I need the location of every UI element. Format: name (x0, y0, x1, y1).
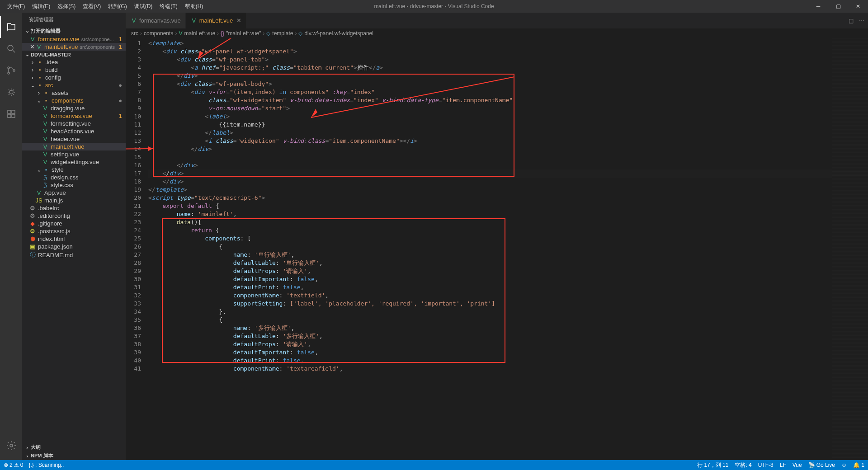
split-editor-icon[interactable]: ◫ (849, 18, 854, 24)
file-label: package.json (38, 243, 73, 250)
file-dragging[interactable]: Vdragging.vue (22, 104, 126, 112)
tab-mainleft[interactable]: V mainLeft.vue ✕ (186, 13, 246, 28)
tab-formcanvas[interactable]: V formcanvas.vue (126, 13, 186, 28)
extensions-icon[interactable] (0, 103, 22, 125)
minimap[interactable] (832, 38, 868, 460)
file-babelrc[interactable]: ⚙.babelrc (22, 204, 126, 212)
file-mainleft[interactable]: VmainLeft.vue (22, 143, 126, 150)
file-indexhtml[interactable]: ⬢index.html (22, 235, 126, 243)
folder-icon: ▪ (42, 166, 50, 173)
breadcrumbs[interactable]: src› components› V mainLeft.vue› {} "mai… (126, 28, 868, 38)
file-formcanvas[interactable]: Vformcanvas.vue1 (22, 112, 126, 120)
breadcrumb-item[interactable]: src (131, 30, 138, 37)
tab-close-icon[interactable]: ✕ (236, 17, 241, 24)
settings-icon[interactable] (0, 435, 22, 456)
status-eol[interactable]: LF (780, 462, 786, 468)
file-gitignore[interactable]: ◆.gitignore (22, 220, 126, 227)
menu-goto[interactable]: 转到(G) (104, 1, 130, 12)
status-spaces[interactable]: 空格: 4 (735, 461, 751, 469)
close-button[interactable]: ✕ (848, 0, 868, 13)
folder-src[interactable]: ⌄▪src● (22, 81, 126, 89)
file-label: dragging.vue (51, 105, 85, 112)
folder-label: build (45, 66, 57, 73)
menu-terminal[interactable]: 终端(T) (156, 1, 181, 12)
open-editor-mainleft[interactable]: ✕ V mainLeft.vue src\components 1 (22, 43, 126, 51)
file-label: formcanvas.vue (51, 113, 92, 119)
folder-icon: ▪ (42, 89, 50, 96)
file-mainjs[interactable]: JSmain.js (22, 197, 126, 204)
maximize-button[interactable]: ▢ (828, 0, 848, 13)
file-readme[interactable]: ⓘREADME.md (22, 250, 126, 259)
project-header[interactable]: ⌄ DDVUE-MASTER (22, 51, 126, 58)
status-language[interactable]: Vue (793, 462, 802, 468)
editor-area: V formcanvas.vue V mainLeft.vue ✕ ◫ ⋯ sr… (126, 13, 868, 460)
file-setting[interactable]: Vsetting.vue (22, 150, 126, 158)
file-header[interactable]: Vheader.vue (22, 135, 126, 143)
status-problems[interactable]: ⊗2 ⚠0 (4, 462, 23, 468)
code-content[interactable]: <template> <div class="wf-panel wf-widge… (148, 38, 868, 460)
file-headactions[interactable]: VheadActions.vue (22, 127, 126, 135)
status-golive[interactable]: 📡Go Live (808, 462, 835, 468)
folder-style[interactable]: ⌄▪style (22, 166, 126, 174)
code-editor[interactable]: 1234567891011121314151617181920212223242… (126, 38, 868, 460)
file-label: .postcssrc.js (38, 228, 71, 235)
file-designcss[interactable]: ℨdesign.css (22, 174, 126, 181)
debug-icon[interactable] (0, 81, 22, 103)
menu-debug[interactable]: 调试(D) (131, 1, 156, 12)
explorer-icon[interactable] (0, 16, 22, 38)
folder-components[interactable]: ⌄▪components● (22, 97, 126, 104)
file-widgetsettings[interactable]: Vwidgetsettings.vue (22, 158, 126, 166)
breadcrumb-item[interactable]: div.wf-panel.wf-widgetspanel (304, 30, 373, 37)
bell-icon: 🔔 (853, 462, 860, 468)
file-stylecss[interactable]: ℨstyle.css (22, 181, 126, 189)
breadcrumb-item[interactable]: components (144, 30, 173, 37)
minimize-button[interactable]: ─ (808, 0, 828, 13)
source-control-icon[interactable] (0, 60, 22, 81)
breadcrumb-item[interactable]: "mainLeft.vue" (226, 30, 261, 37)
folder-assets[interactable]: ›▪assets (22, 89, 126, 97)
open-editors-header[interactable]: ⌄ 打开的编辑器 (22, 27, 126, 35)
open-editor-formcanvas[interactable]: V formcanvas.vue src\compone... 1 (22, 35, 126, 43)
search-icon[interactable] (0, 38, 22, 60)
svg-point-0 (8, 45, 13, 51)
breadcrumb-item[interactable]: mainLeft.vue (184, 30, 215, 37)
svg-rect-7 (8, 114, 11, 118)
folder-icon: ▪ (36, 74, 43, 81)
file-editorconfig[interactable]: ⚙.editorconfig (22, 212, 126, 220)
file-appvue[interactable]: VApp.vue (22, 189, 126, 197)
status-cursor[interactable]: 行 17，列 11 (697, 461, 728, 469)
npm-header[interactable]: ›NPM 脚本 (22, 451, 126, 460)
file-formsetting[interactable]: Vformsetting.vue (22, 120, 126, 127)
outline-header[interactable]: ›大纲 (22, 443, 126, 451)
status-bell[interactable]: 🔔1 (853, 462, 864, 468)
file-label: README.md (38, 252, 73, 258)
menu-select[interactable]: 选择(S) (54, 1, 79, 12)
file-postcss[interactable]: ⚙.postcssrc.js (22, 227, 126, 235)
file-label: .editorconfig (38, 212, 70, 219)
close-icon[interactable]: ✕ (29, 43, 35, 50)
folder-build[interactable]: ›▪build (22, 66, 126, 74)
svg-point-9 (10, 444, 13, 447)
menu-edit[interactable]: 编辑(E) (28, 1, 54, 12)
folder-idea[interactable]: ›▪.idea (22, 58, 126, 66)
npm-label: NPM 脚本 (31, 452, 53, 459)
more-icon[interactable]: ⋯ (859, 18, 864, 24)
file-label: main.js (44, 197, 63, 204)
json-icon: ▣ (29, 243, 36, 250)
breadcrumb-item[interactable]: template (272, 30, 293, 37)
warning-icon: ⚠ (14, 462, 19, 468)
file-package[interactable]: ▣package.json (22, 243, 126, 250)
menu-view[interactable]: 查看(V) (79, 1, 104, 12)
vue-icon: V (42, 136, 49, 142)
folder-config[interactable]: ›▪config (22, 74, 126, 81)
menu-file[interactable]: 文件(F) (4, 1, 28, 12)
menu-help[interactable]: 帮助(H) (181, 1, 207, 12)
badge: 1 (119, 113, 122, 119)
status-encoding[interactable]: UTF-8 (758, 462, 774, 468)
status-scanning[interactable]: {.} : Scanning.. (28, 462, 64, 468)
status-feedback[interactable]: ☺ (841, 462, 847, 468)
braces-icon: {} (221, 30, 224, 37)
vue-icon: V (42, 105, 49, 112)
vue-icon: V (42, 143, 49, 150)
vue-icon: V (130, 17, 137, 24)
